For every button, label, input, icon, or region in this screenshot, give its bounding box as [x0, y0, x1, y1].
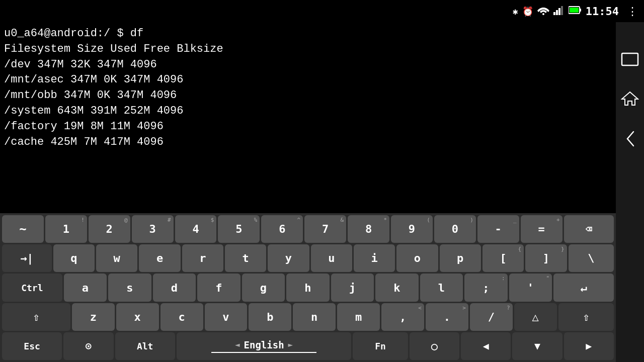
terminal-line-8: /cache 425M 7M 417M 4096	[4, 135, 612, 150]
language-label: English	[244, 339, 284, 350]
right-nav	[616, 22, 644, 362]
terminal-line-5: /mnt/obb 347M 0K 347M 4096	[4, 88, 612, 104]
key-circle-small[interactable]: ⊙	[63, 332, 113, 360]
key-a[interactable]: a	[64, 274, 107, 301]
key-q[interactable]: q	[53, 244, 95, 272]
key-5[interactable]: 5%	[218, 215, 260, 243]
key-c[interactable]: c	[160, 303, 203, 331]
key-z[interactable]: z	[72, 303, 115, 331]
key-b[interactable]: b	[249, 303, 291, 331]
key-minus[interactable]: -_	[477, 215, 519, 243]
key-ctrl[interactable]: Ctrl	[2, 274, 62, 301]
clock: 11:54	[586, 5, 619, 18]
key-e[interactable]: e	[139, 244, 180, 272]
key-m[interactable]: m	[337, 303, 380, 331]
keyboard-row-1: ~ 1! 2@ 3# 4$ 5% 6^ 7& 8* 9( 0) -_ =+ ⌫	[2, 215, 614, 243]
key-d[interactable]: d	[153, 274, 196, 301]
home-button[interactable]	[621, 90, 639, 110]
key-tilde[interactable]: ~	[2, 215, 44, 243]
key-h[interactable]: h	[286, 274, 330, 301]
key-tab[interactable]: →|	[2, 244, 52, 272]
key-6[interactable]: 6^	[261, 215, 303, 243]
key-o[interactable]: o	[396, 244, 438, 272]
overflow-menu[interactable]: ⋮	[627, 5, 638, 18]
svg-rect-3	[558, 8, 560, 15]
key-9[interactable]: 9(	[391, 215, 433, 243]
key-quote[interactable]: '"	[509, 274, 552, 301]
back-button[interactable]	[622, 130, 637, 151]
key-w[interactable]: w	[96, 244, 137, 272]
wifi-icon	[537, 5, 549, 17]
svg-rect-6	[580, 9, 581, 12]
terminal-output: u0_a64@android:/ $ df Filesystem Size Us…	[0, 22, 616, 213]
svg-rect-8	[622, 53, 638, 65]
key-0[interactable]: 0)	[434, 215, 476, 243]
key-home-circle[interactable]: ○	[410, 332, 459, 360]
keyboard-row-5: Esc ⊙ Alt ◄ English ► Fn ○ ◀ ▼ ▶	[2, 332, 614, 360]
terminal-line-1: u0_a64@android:/ $ df	[4, 26, 612, 42]
key-semicolon[interactable]: ;:	[464, 274, 508, 301]
key-shift-left[interactable]: ⇧	[2, 303, 70, 331]
window-button[interactable]	[621, 52, 639, 70]
status-bar: ✱ ⏰ 11:54	[0, 0, 644, 22]
key-bracket-open[interactable]: [{	[482, 244, 524, 272]
terminal-line-7: /factory 19M 8M 11M 4096	[4, 119, 612, 135]
key-esc[interactable]: Esc	[2, 332, 62, 360]
key-g[interactable]: g	[242, 274, 285, 301]
key-language[interactable]: ◄ English ►	[177, 332, 352, 360]
alarm-icon: ⏰	[522, 6, 533, 17]
key-j[interactable]: j	[331, 274, 374, 301]
key-fn[interactable]: Fn	[353, 332, 408, 360]
key-4[interactable]: 4$	[175, 215, 217, 243]
key-r[interactable]: r	[182, 244, 223, 272]
key-l[interactable]: l	[420, 274, 463, 301]
key-down-arrow[interactable]: ▼	[512, 332, 562, 360]
signal-icon	[553, 5, 565, 17]
terminal-line-2: Filesystem Size Used Free Blksize	[4, 42, 612, 57]
svg-rect-2	[556, 10, 558, 15]
key-f[interactable]: f	[197, 274, 240, 301]
terminal-line-3: /dev 347M 32K 347M 4096	[4, 57, 612, 73]
key-7[interactable]: 7&	[304, 215, 346, 243]
svg-rect-1	[553, 12, 555, 15]
key-left-arrow[interactable]: ◀	[461, 332, 511, 360]
key-alt[interactable]: Alt	[115, 332, 175, 360]
key-8[interactable]: 8*	[348, 215, 389, 243]
key-x[interactable]: x	[116, 303, 159, 331]
svg-rect-7	[570, 8, 579, 13]
key-backspace[interactable]: ⌫	[564, 215, 614, 243]
key-y[interactable]: y	[268, 244, 309, 272]
key-n[interactable]: n	[293, 303, 336, 331]
svg-point-0	[542, 13, 544, 15]
key-t[interactable]: t	[225, 244, 266, 272]
key-i[interactable]: i	[354, 244, 395, 272]
battery-icon	[569, 6, 582, 17]
key-right-arrow[interactable]: ▶	[564, 332, 614, 360]
key-comma[interactable]: ,<	[381, 303, 424, 331]
key-k[interactable]: k	[375, 274, 419, 301]
key-s[interactable]: s	[108, 274, 151, 301]
svg-rect-4	[561, 6, 563, 15]
keyboard-row-2: →| q w e r t y u i o p [{ ]} \	[2, 244, 614, 272]
key-2[interactable]: 2@	[89, 215, 130, 243]
terminal-line-6: /system 643M 391M 252M 4096	[4, 104, 612, 119]
bluetooth-icon: ✱	[513, 6, 518, 17]
key-u[interactable]: u	[311, 244, 352, 272]
key-3[interactable]: 3#	[132, 215, 174, 243]
keyboard-row-4: ⇧ z x c v b n m ,< .> /? △ ⇧	[2, 303, 614, 331]
key-slash[interactable]: /?	[470, 303, 513, 331]
key-equals[interactable]: =+	[521, 215, 562, 243]
key-up-arrow[interactable]: △	[514, 303, 557, 331]
terminal-line-4: /mnt/asec 347M 0K 347M 4096	[4, 72, 612, 88]
key-1[interactable]: 1!	[45, 215, 87, 243]
key-backslash[interactable]: \	[569, 244, 614, 272]
key-enter[interactable]: ↵	[553, 274, 614, 301]
key-p[interactable]: p	[440, 244, 481, 272]
keyboard: ~ 1! 2@ 3# 4$ 5% 6^ 7& 8* 9( 0) -_ =+ ⌫ …	[0, 213, 616, 362]
key-v[interactable]: v	[205, 303, 248, 331]
key-period[interactable]: .>	[426, 303, 468, 331]
key-bracket-close[interactable]: ]}	[525, 244, 567, 272]
key-shift-right[interactable]: ⇧	[558, 303, 614, 331]
keyboard-row-3: Ctrl a s d f g h j k l ;: '" ↵	[2, 274, 614, 301]
